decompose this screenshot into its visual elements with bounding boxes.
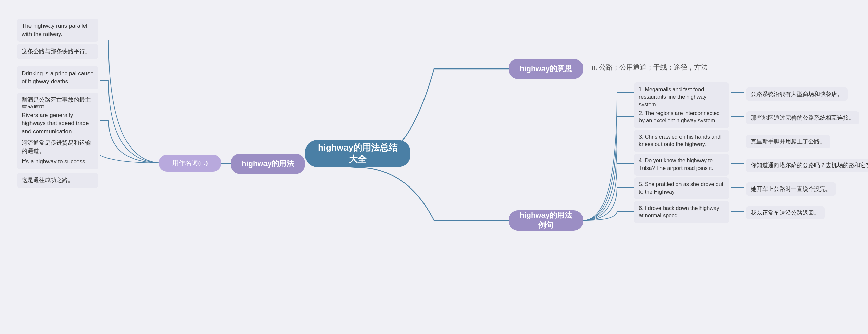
- sentence-6-en: 6. I drove back down the highway at norm…: [634, 201, 729, 223]
- leaf-4-en: It's a highway to success.: [17, 154, 98, 169]
- sentences-node: highway的用法例句: [509, 210, 583, 231]
- center-node: highway的用法总结大全: [305, 140, 410, 167]
- mindmap-container: highway的用法总结大全 highway的意思 n. 公路；公用通道；干线；…: [0, 0, 868, 334]
- sentence-5-zh: 她开车上公路时一直说个没完。: [746, 182, 836, 196]
- pos-node: 用作名词(n.): [159, 155, 221, 172]
- sentence-3-en: 3. Chris crawled on his hands and knees …: [634, 130, 729, 152]
- leaf-1-en: The highway runs parallel with the railw…: [17, 19, 98, 42]
- connections-svg: [0, 0, 868, 334]
- sentence-4-zh: 你知道通向塔尔萨的公路吗？去机场的路和它交会。: [746, 159, 868, 172]
- leaf-2-en: Drinking is a principal cause of highway…: [17, 66, 98, 89]
- sentence-1-zh: 公路系统沿线有大型商场和快餐店。: [746, 87, 848, 101]
- meaning-node: highway的意思: [509, 59, 583, 79]
- meaning-definition: n. 公路；公用通道；干线；途径，方法: [592, 63, 708, 72]
- sentences-label: highway的用法例句: [518, 211, 574, 230]
- sentence-2-en: 2. The regions are interconnected by an …: [634, 106, 729, 128]
- sentence-4-en: 4. Do you know the highway to Tulsa? The…: [634, 154, 729, 176]
- usage-label: highway的用法: [242, 159, 294, 169]
- leaf-4-zh: 这是通往成功之路。: [17, 173, 98, 188]
- pos-label: 用作名词(n.): [172, 159, 208, 168]
- leaf-3-en: Rivers are generally highways that speed…: [17, 108, 98, 139]
- sentence-3-zh: 克里斯手脚并用爬上了公路。: [746, 135, 830, 148]
- meaning-label: highway的意思: [520, 64, 572, 74]
- sentence-2-zh: 那些地区通过完善的公路系统相互连接。: [746, 111, 859, 124]
- center-label: highway的用法总结大全: [317, 142, 398, 165]
- usage-node: highway的用法: [231, 154, 305, 174]
- sentence-5-en: 5. She prattled on as she drove out to t…: [634, 177, 729, 199]
- sentence-6-zh: 我以正常车速沿公路返回。: [746, 206, 825, 219]
- leaf-1-zh: 这条公路与那条铁路平行。: [17, 44, 98, 59]
